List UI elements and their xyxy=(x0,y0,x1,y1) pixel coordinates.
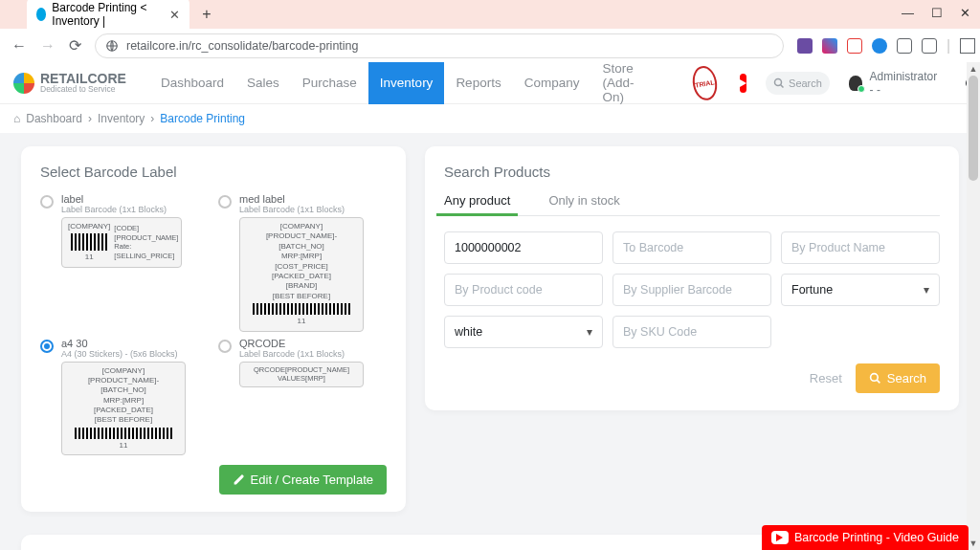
forward-icon[interactable]: → xyxy=(40,38,56,54)
svg-point-1 xyxy=(775,78,782,85)
label-option-qrcode[interactable]: QRCODE Label Barcode (1x1 Blocks) QRCODE… xyxy=(218,338,387,456)
label-option-label[interactable]: label Label Barcode (1x1 Blocks) [COMPAN… xyxy=(40,193,209,332)
menu-reports[interactable]: Reports xyxy=(444,62,512,104)
select-label-card: Select Barcode Label label Label Barcode… xyxy=(21,146,406,512)
label-option-a4-30[interactable]: a4 30 A4 (30 Stickers) - (5x6 Blocks) [C… xyxy=(40,338,209,456)
to-barcode-input[interactable]: To Barcode xyxy=(612,231,771,264)
label-option-med-label[interactable]: med label Label Barcode (1x1 Blocks) [CO… xyxy=(218,193,387,332)
new-tab-button[interactable]: + xyxy=(197,6,216,23)
radio-icon[interactable] xyxy=(40,195,54,209)
window-controls: — ☐ ✕ xyxy=(902,6,970,20)
address-bar[interactable]: retailcore.in/rc_consolidate/barcode-pri… xyxy=(95,33,784,58)
browser-tab[interactable]: Barcode Printing < Inventory | ✕ xyxy=(27,0,189,33)
label-preview: [COMPANY] [PRODUCT_NAME]-[BATCH_NO] MRP:… xyxy=(239,217,364,332)
search-placeholder: Search xyxy=(789,77,822,89)
maximize-icon[interactable]: ☐ xyxy=(931,6,943,20)
search-products-card: Search Products Any product Only in stoc… xyxy=(425,146,959,410)
main-menu: Dashboard Sales Purchase Inventory Repor… xyxy=(149,62,645,104)
menu-sales[interactable]: Sales xyxy=(235,62,291,104)
menu-purchase[interactable]: Purchase xyxy=(291,62,368,104)
radio-icon[interactable] xyxy=(218,195,232,209)
crumb-inventory[interactable]: Inventory xyxy=(98,112,145,125)
close-tab-icon[interactable]: ✕ xyxy=(169,8,180,22)
back-icon[interactable]: ← xyxy=(11,38,27,54)
supplier-barcode-input[interactable]: By Supplier Barcode xyxy=(612,274,771,306)
ext-icon-2[interactable] xyxy=(822,38,837,54)
scroll-up-icon[interactable]: ▲ xyxy=(967,64,980,74)
product-name-input[interactable]: By Product Name xyxy=(781,231,940,264)
reload-icon[interactable]: ⟳ xyxy=(69,38,81,54)
home-icon[interactable]: ⌂ xyxy=(13,112,20,125)
video-guide-button[interactable]: Barcode Printing - Video Guide xyxy=(762,525,969,550)
brand-tagline: Dedicated to Service xyxy=(40,85,126,94)
pencil-icon xyxy=(233,473,245,486)
search-icon xyxy=(773,77,785,89)
select-label-title: Select Barcode Label xyxy=(40,164,387,180)
menu-store-addon[interactable]: Store (Add-On) xyxy=(590,62,645,104)
sku-code-input[interactable]: By SKU Code xyxy=(612,316,771,348)
reset-button[interactable]: Reset xyxy=(810,371,842,385)
breadcrumb: ⌂ Dashboard › Inventory › Barcode Printi… xyxy=(0,104,980,133)
ext-icon-1[interactable] xyxy=(797,38,813,54)
user-icon xyxy=(849,76,862,91)
logo[interactable]: RETAILCORE Dedicated to Service xyxy=(13,72,126,94)
scrollbar-thumb[interactable] xyxy=(969,76,978,181)
search-tabs: Any product Only in stock xyxy=(444,193,940,216)
menu-company[interactable]: Company xyxy=(513,62,591,104)
tab-only-in-stock[interactable]: Only in stock xyxy=(548,193,619,215)
youtube-icon[interactable] xyxy=(740,74,746,93)
trial-badge: TRIAL xyxy=(690,64,719,102)
tab-title: Barcode Printing < Inventory | xyxy=(52,1,164,28)
logo-icon xyxy=(13,73,34,94)
user-name: Administrator - - xyxy=(870,70,940,97)
label-preview: [COMPANY] [PRODUCT_NAME]-[BATCH_NO] MRP:… xyxy=(61,362,186,456)
scrollbar[interactable]: ▲ ▼ xyxy=(967,62,980,550)
edit-create-template-button[interactable]: Edit / Create Template xyxy=(219,465,387,495)
radio-icon-selected[interactable] xyxy=(40,340,54,353)
url-text: retailcore.in/rc_consolidate/barcode-pri… xyxy=(126,39,359,53)
site-info-icon xyxy=(105,39,119,53)
extension-icons: | ⋮ xyxy=(797,36,980,55)
color-select[interactable]: white▾ xyxy=(444,316,603,348)
search-button[interactable]: Search xyxy=(856,363,940,393)
app-header: RETAILCORE Dedicated to Service Dashboar… xyxy=(0,62,980,104)
search-icon xyxy=(869,372,881,385)
tab-any-product[interactable]: Any product xyxy=(444,193,510,215)
ext-icon-3[interactable] xyxy=(847,38,862,54)
crumb-barcode-printing: Barcode Printing xyxy=(160,112,245,125)
scroll-down-icon[interactable]: ▼ xyxy=(967,539,980,548)
brand-select[interactable]: Fortune▾ xyxy=(781,274,940,306)
label-preview: [COMPANY] 11 [CODE] [PRODUCT_NAME] Rate:… xyxy=(61,217,182,268)
crumb-dashboard[interactable]: Dashboard xyxy=(26,112,82,125)
ext-icon-7[interactable] xyxy=(960,38,975,54)
minimize-icon[interactable]: — xyxy=(902,6,914,20)
youtube-icon xyxy=(771,531,789,544)
label-preview: QRCODE[PRODUCT_NAME] VALUES[MRP] xyxy=(239,362,364,388)
chevron-down-icon: ▾ xyxy=(587,325,592,339)
ext-icon-4[interactable] xyxy=(872,38,887,54)
tab-favicon xyxy=(36,8,46,21)
svg-point-3 xyxy=(870,374,878,382)
close-window-icon[interactable]: ✕ xyxy=(960,6,970,20)
ext-icon-6[interactable] xyxy=(922,38,937,54)
menu-dashboard[interactable]: Dashboard xyxy=(149,62,235,104)
browser-chrome: — ☐ ✕ Barcode Printing < Inventory | ✕ +… xyxy=(0,0,980,62)
user-menu[interactable]: Administrator - - xyxy=(849,70,940,97)
product-code-input[interactable]: By Product code xyxy=(444,274,603,306)
brand-name: RETAILCORE xyxy=(40,72,126,85)
menu-inventory[interactable]: Inventory xyxy=(368,62,445,104)
radio-icon[interactable] xyxy=(218,340,232,353)
from-barcode-input[interactable]: 1000000002 xyxy=(444,231,603,264)
ext-icon-5[interactable] xyxy=(897,38,912,54)
search-products-title: Search Products xyxy=(444,164,940,180)
chevron-down-icon: ▾ xyxy=(924,283,929,297)
header-search[interactable]: Search xyxy=(766,72,830,95)
